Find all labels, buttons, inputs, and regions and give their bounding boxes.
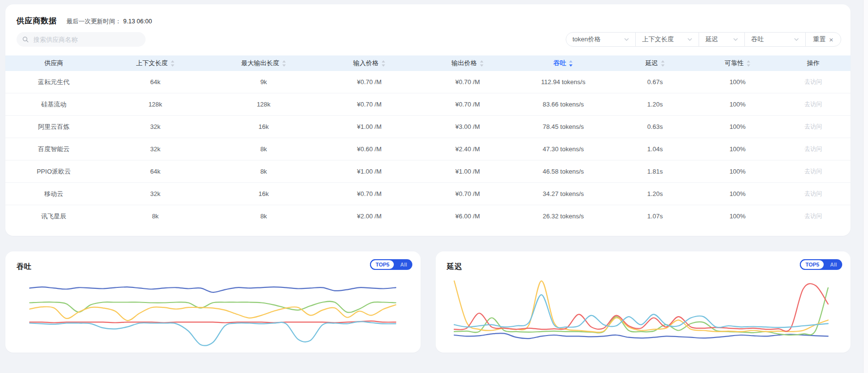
- cell-throughput: 26.32 tokens/s: [516, 213, 611, 220]
- panel-header: 供应商数据 最后一次更新时间：9.13 06:00: [17, 16, 152, 26]
- column-header-context-length[interactable]: 上下文长度: [102, 59, 208, 68]
- table-row: 阿里云百炼32k16k¥1.00 /M¥3.00 /M78.45 tokens/…: [5, 116, 850, 138]
- visit-link[interactable]: 去访问: [805, 190, 822, 197]
- column-header-latency[interactable]: 延迟: [611, 59, 699, 68]
- visit-link[interactable]: 去访问: [805, 168, 822, 175]
- filter-token-price[interactable]: token价格: [566, 33, 636, 46]
- last-updated-label: 最后一次更新时间：: [67, 18, 122, 25]
- sort-icon: [170, 60, 175, 67]
- search-input[interactable]: [33, 36, 140, 44]
- table-row: 移动云32k16k¥0.70 /M¥0.70 /M34.27 tokens/s1…: [5, 183, 850, 205]
- latency-chart-card: 延迟 TOP5 All: [436, 251, 850, 353]
- cell-context-length: 128k: [102, 101, 208, 108]
- filter-latency[interactable]: 延迟: [699, 33, 745, 46]
- cell-action: 去访问: [776, 78, 850, 86]
- filter-context-length[interactable]: 上下文长度: [636, 33, 699, 46]
- cell-input-price: ¥0.70 /M: [319, 101, 420, 108]
- last-updated-value: 9.13 06:00: [123, 18, 152, 25]
- toggle-option-all[interactable]: All: [825, 262, 842, 267]
- column-label: 延迟: [646, 59, 658, 68]
- cell-reliability: 100%: [699, 101, 776, 108]
- filter-label: 上下文长度: [642, 35, 674, 44]
- cell-throughput: 112.94 tokens/s: [516, 78, 611, 86]
- column-label: 输入价格: [353, 59, 379, 68]
- visit-link[interactable]: 去访问: [805, 101, 822, 107]
- filter-label: 吞吐: [751, 35, 764, 44]
- toggle-option-top5[interactable]: TOP5: [370, 259, 395, 270]
- table-row: 讯飞星辰8k8k¥2.00 /M¥6.00 /M26.32 tokens/s1.…: [5, 205, 850, 227]
- cell-latency: 1.20s: [611, 190, 699, 197]
- reset-filters-button[interactable]: 重置×: [806, 33, 841, 46]
- visit-link[interactable]: 去访问: [805, 145, 822, 152]
- column-label: 可靠性: [725, 59, 744, 68]
- chevron-down-icon: [624, 38, 629, 41]
- latency-chart-title: 延迟: [447, 262, 462, 271]
- column-header-output-price[interactable]: 输出价格: [420, 59, 516, 68]
- chart-line: [30, 321, 396, 322]
- supplier-name: 百度智能云: [5, 145, 102, 154]
- cell-reliability: 100%: [699, 190, 776, 197]
- sort-icon: [661, 60, 665, 67]
- table-row: 蓝耘元生代64k9k¥0.70 /M¥0.70 /M112.94 tokens/…: [5, 71, 850, 93]
- cell-latency: 1.20s: [611, 101, 699, 108]
- cell-output-price: ¥0.70 /M: [420, 101, 516, 108]
- chevron-down-icon: [794, 38, 799, 41]
- cell-action: 去访问: [776, 167, 850, 176]
- chart-line: [30, 302, 396, 313]
- cell-action: 去访问: [776, 123, 850, 131]
- cell-output-price: ¥0.70 /M: [420, 190, 516, 197]
- visit-link[interactable]: 去访问: [805, 78, 822, 85]
- column-header-max-output-length[interactable]: 最大输出长度: [208, 59, 319, 68]
- supplier-name: 硅基流动: [5, 100, 102, 109]
- toggle-option-all[interactable]: All: [395, 262, 412, 267]
- cell-context-length: 64k: [102, 78, 208, 86]
- close-icon: ×: [829, 36, 833, 43]
- column-header-reliability[interactable]: 可靠性: [699, 59, 776, 68]
- filter-throughput[interactable]: 吞吐: [745, 33, 806, 46]
- page: { "accent_color": "#3370ff", "panel": { …: [0, 0, 868, 373]
- latency-top5-all-toggle[interactable]: TOP5 All: [800, 259, 842, 270]
- cell-action: 去访问: [776, 212, 850, 220]
- supplier-name: 阿里云百炼: [5, 123, 102, 131]
- cell-max-output-length: 9k: [208, 78, 319, 86]
- column-header-throughput[interactable]: 吞吐: [516, 59, 611, 68]
- column-label: 最大输出长度: [241, 59, 279, 68]
- cell-latency: 1.04s: [611, 145, 699, 153]
- table-header: 供应商上下文长度最大输出长度输入价格输出价格吞吐延迟可靠性操作: [5, 55, 850, 71]
- cell-max-output-length: 8k: [208, 145, 319, 153]
- supplier-name: 移动云: [5, 190, 102, 198]
- supplier-data-panel: 供应商数据 最后一次更新时间：9.13 06:00 token价格上下文长度延迟…: [5, 4, 850, 236]
- cell-input-price: ¥1.00 /M: [319, 168, 420, 175]
- column-header-input-price[interactable]: 输入价格: [319, 59, 420, 68]
- toggle-option-top5[interactable]: TOP5: [800, 259, 825, 270]
- search-input-wrap: [17, 32, 146, 47]
- cell-throughput: 46.58 tokens/s: [516, 168, 611, 175]
- cell-output-price: ¥1.00 /M: [420, 168, 516, 175]
- throughput-chart-title: 吞吐: [17, 262, 32, 271]
- cell-output-price: ¥3.00 /M: [420, 123, 516, 130]
- column-label: 吞吐: [554, 59, 566, 68]
- filter-group: token价格上下文长度延迟吞吐重置×: [566, 32, 841, 47]
- cell-reliability: 100%: [699, 213, 776, 220]
- visit-link[interactable]: 去访问: [805, 213, 822, 219]
- sort-icon: [480, 60, 484, 67]
- cell-context-length: 32k: [102, 190, 208, 197]
- chart-line: [454, 284, 828, 331]
- column-label: 输出价格: [452, 59, 477, 68]
- filter-label: token价格: [573, 35, 601, 44]
- cell-throughput: 78.45 tokens/s: [516, 123, 611, 130]
- visit-link[interactable]: 去访问: [805, 123, 822, 130]
- cell-input-price: ¥0.70 /M: [319, 190, 420, 197]
- cell-throughput: 83.66 tokens/s: [516, 101, 611, 108]
- throughput-chart-card: 吞吐 TOP5 All: [5, 251, 421, 353]
- throughput-top5-all-toggle[interactable]: TOP5 All: [370, 259, 412, 270]
- last-updated: 最后一次更新时间：9.13 06:00: [67, 18, 152, 26]
- cell-latency: 1.81s: [611, 168, 699, 175]
- sort-icon: [282, 60, 286, 67]
- cell-latency: 0.63s: [611, 123, 699, 130]
- cell-output-price: ¥0.70 /M: [420, 78, 516, 86]
- chart-line: [30, 287, 396, 292]
- cell-latency: 0.67s: [611, 78, 699, 86]
- column-header-action: 操作: [776, 59, 850, 68]
- scrollbar-track[interactable]: [863, 0, 868, 373]
